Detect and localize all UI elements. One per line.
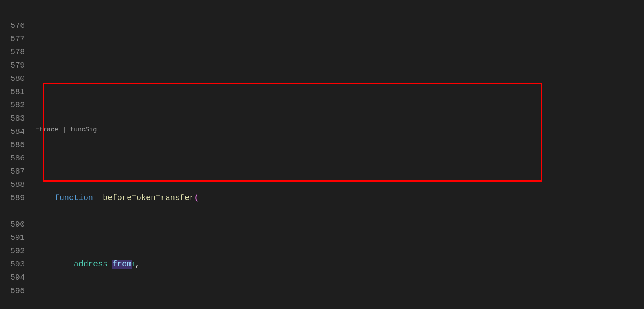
line-number: 577	[0, 32, 25, 45]
paren-open: (	[194, 193, 199, 203]
line-number: 585	[0, 138, 25, 151]
line-number: 588	[0, 178, 25, 191]
line-number: 587	[0, 165, 25, 178]
line-number: 590	[0, 218, 25, 231]
codelens-ftrace[interactable]: ftrace	[35, 123, 59, 137]
code-content[interactable]: ftrace | funcSig function _beforeTokenTr…	[35, 0, 644, 309]
line-number: 582	[0, 98, 25, 112]
code-editor[interactable]: ftrace 576 577 578 579 580 581 582 583 5…	[0, 0, 644, 309]
codelens-sep: |	[59, 123, 70, 137]
line-number: 584	[0, 125, 25, 138]
line-number: 592	[0, 244, 25, 258]
line-number: 589	[0, 191, 25, 205]
code-line[interactable]	[35, 66, 644, 72]
line-number	[0, 0, 25, 6]
line-number: 593	[0, 258, 25, 271]
codelens-funcsig[interactable]: funcSig	[70, 123, 97, 137]
line-number: 583	[0, 112, 25, 125]
line-number: 586	[0, 151, 25, 165]
line-number: 578	[0, 45, 25, 59]
param-from: from	[112, 260, 132, 269]
comma: ,	[135, 260, 140, 269]
type-address: address	[74, 260, 108, 269]
line-number: 579	[0, 59, 25, 72]
line-number: 581	[0, 85, 25, 98]
line-number: 594	[0, 271, 25, 284]
keyword-function: function	[55, 193, 93, 203]
code-line[interactable]: function _beforeTokenTransfer(	[35, 191, 644, 205]
line-number: 595	[0, 284, 25, 297]
line-number: 591	[0, 231, 25, 244]
code-line[interactable]: address from↑,	[35, 258, 644, 271]
codelens-row[interactable]: ftrace | funcSig	[35, 125, 644, 138]
function-name: _beforeTokenTransfer	[98, 193, 194, 203]
line-number: 576	[0, 19, 25, 32]
line-number-gutter: ftrace 576 577 578 579 580 581 582 583 5…	[0, 0, 35, 309]
line-number: 580	[0, 72, 25, 85]
